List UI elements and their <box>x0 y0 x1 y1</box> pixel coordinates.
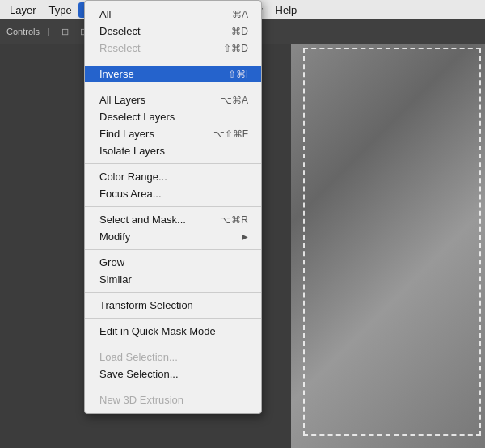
menu-item-deselect-layers-label: Deselect Layers <box>99 111 175 123</box>
menu-item-3d-extrusion: New 3D Extrusion <box>85 391 261 408</box>
menu-section-mask: Select and Mask... ⌥⌘R Modify ▶ <box>85 209 261 247</box>
menu-section-grow: Grow Similar <box>85 252 261 290</box>
separator-8 <box>85 344 261 344</box>
menu-item-save-selection-label: Save Selection... <box>99 368 179 380</box>
menu-section-3d: New 3D Extrusion <box>85 390 261 410</box>
separator-1 <box>85 61 261 61</box>
menu-item-modify-label: Modify <box>99 230 130 243</box>
menu-item-deselect-layers[interactable]: Deselect Layers <box>85 108 261 125</box>
menu-item-find-layers[interactable]: Find Layers ⌥⇧⌘F <box>85 125 261 142</box>
menu-item-quick-mask-label: Edit in Quick Mask Mode <box>99 325 216 337</box>
menu-item-select-mask-shortcut: ⌥⌘R <box>220 214 248 226</box>
menu-item-isolate-layers-label: Isolate Layers <box>99 145 165 157</box>
toolbar-icon-1[interactable]: ⊞ <box>58 25 72 39</box>
menu-item-all-layers[interactable]: All Layers ⌥⌘A <box>85 91 261 108</box>
select-menu-dropdown: All ⌘A Deselect ⌘D Reselect ⇧⌘D Inverse … <box>84 0 262 414</box>
submenu-arrow-modify: ▶ <box>242 232 248 241</box>
menu-item-inverse[interactable]: Inverse ⇧⌘I <box>85 66 261 82</box>
menu-help[interactable]: Help <box>269 2 304 18</box>
menu-section-quickmask: Edit in Quick Mask Mode <box>85 321 261 341</box>
menu-item-load-selection: Load Selection... <box>85 349 261 366</box>
separator-3 <box>85 163 261 164</box>
menu-section-transform: Transform Selection <box>85 295 261 315</box>
menu-item-similar[interactable]: Similar <box>85 271 261 288</box>
menu-item-reselect-label: Reselect <box>99 42 141 54</box>
menu-item-all[interactable]: All ⌘A <box>85 6 261 23</box>
menu-section-color: Color Range... Focus Area... <box>85 167 261 204</box>
separator-6 <box>85 292 261 293</box>
menu-item-select-mask-label: Select and Mask... <box>99 213 186 226</box>
controls-label: Controls <box>6 27 40 36</box>
menu-item-all-layers-label: All Layers <box>99 94 146 106</box>
menu-item-all-label: All <box>99 8 111 20</box>
menu-section-inverse: Inverse ⇧⌘I <box>85 64 261 84</box>
menu-item-color-range[interactable]: Color Range... <box>85 168 261 185</box>
menu-item-isolate-layers[interactable]: Isolate Layers <box>85 142 261 159</box>
menu-item-modify[interactable]: Modify ▶ <box>85 228 261 245</box>
menu-item-inverse-shortcut: ⇧⌘I <box>228 69 248 80</box>
menu-item-save-selection[interactable]: Save Selection... <box>85 366 261 382</box>
selection-border <box>303 48 481 436</box>
separator-2 <box>85 87 261 87</box>
menu-item-deselect-label: Deselect <box>99 25 141 37</box>
menu-item-all-shortcut: ⌘A <box>232 9 248 20</box>
menu-item-find-layers-label: Find Layers <box>99 128 154 140</box>
menu-layer[interactable]: Layer <box>3 2 43 18</box>
menu-item-transform-selection-label: Transform Selection <box>99 299 193 311</box>
menu-item-find-layers-shortcut: ⌥⇧⌘F <box>213 129 248 140</box>
menu-section-layers: All Layers ⌥⌘A Deselect Layers Find Laye… <box>85 90 261 161</box>
menu-type[interactable]: Type <box>43 2 78 18</box>
menu-item-grow-label: Grow <box>99 256 124 268</box>
menu-section-load-save: Load Selection... Save Selection... <box>85 347 261 384</box>
separator-4 <box>85 206 261 207</box>
menu-item-similar-label: Similar <box>99 273 132 285</box>
menu-item-focus-area[interactable]: Focus Area... <box>85 185 261 202</box>
menu-item-3d-extrusion-label: New 3D Extrusion <box>99 394 183 406</box>
menu-item-select-mask[interactable]: Select and Mask... ⌥⌘R <box>85 211 261 228</box>
menu-item-reselect: Reselect ⇧⌘D <box>85 40 261 57</box>
menu-item-all-layers-shortcut: ⌥⌘A <box>221 95 248 106</box>
menu-item-focus-area-label: Focus Area... <box>99 188 162 200</box>
menu-item-deselect[interactable]: Deselect ⌘D <box>85 23 261 40</box>
separator-5 <box>85 249 261 250</box>
menu-item-inverse-label: Inverse <box>99 68 134 80</box>
menu-item-transform-selection[interactable]: Transform Selection <box>85 297 261 314</box>
menu-item-grow[interactable]: Grow <box>85 254 261 271</box>
menu-item-load-selection-label: Load Selection... <box>99 351 178 363</box>
menu-section-basic: All ⌘A Deselect ⌘D Reselect ⇧⌘D <box>85 4 261 58</box>
menu-item-quick-mask[interactable]: Edit in Quick Mask Mode <box>85 323 261 340</box>
separator-9 <box>85 387 261 387</box>
menu-item-reselect-shortcut: ⇧⌘D <box>223 43 248 54</box>
menu-item-color-range-label: Color Range... <box>99 171 167 183</box>
menu-item-deselect-shortcut: ⌘D <box>231 26 248 37</box>
separator-7 <box>85 318 261 319</box>
canvas-content <box>291 44 485 448</box>
